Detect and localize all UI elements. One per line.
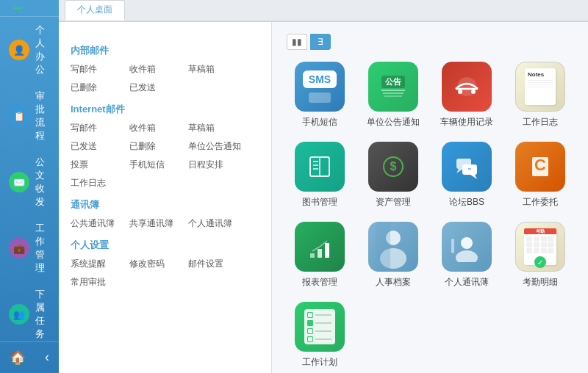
menu-item[interactable]: 已删除 <box>129 139 188 154</box>
app-item-book[interactable]: 图书管理 <box>287 142 353 209</box>
right-panel: ▮▮ ∃ SMS 手机短信 公告 <box>272 22 588 373</box>
app-label-report: 报表管理 <box>302 276 337 289</box>
app-item-attendance[interactable]: 考勤 ✓ 考勤明细 <box>507 222 573 289</box>
app-label-attendance: 考勤明细 <box>523 276 558 289</box>
sidebar-footer: 🏠 ‹ <box>0 341 59 373</box>
section-title-internal_mail: 内部邮件 <box>71 44 259 57</box>
app-item-report[interactable]: 报表管理 <box>287 222 353 289</box>
app-label-sms: 手机短信 <box>302 116 337 128</box>
app-item-sms[interactable]: SMS 手机短信 <box>287 62 353 128</box>
app-item-car[interactable]: 车辆使用记录 <box>434 62 500 128</box>
app-icon-hrfile <box>368 222 418 272</box>
menu-item[interactable]: 已发送 <box>129 80 188 95</box>
app-icon-worktask: C <box>515 142 565 192</box>
sidebar-label-personal: 个人办公 <box>35 23 50 76</box>
tab-bar: 个人桌面 <box>59 0 588 22</box>
svg-rect-18 <box>310 253 315 258</box>
app-label-bbs: 论坛BBS <box>449 196 484 209</box>
sidebar-label-audit: 审批流程 <box>35 90 50 142</box>
svg-rect-20 <box>325 243 329 258</box>
app-label-hrfile: 人事档案 <box>376 276 411 289</box>
app-item-plan[interactable]: 工作计划 <box>287 302 353 369</box>
menu-item[interactable]: 已发送 <box>71 139 129 154</box>
menu-item[interactable]: 草稿箱 <box>188 62 247 77</box>
menu-item[interactable]: 手机短信 <box>129 157 188 173</box>
menu-item[interactable]: 写邮件 <box>71 120 129 136</box>
app-icon-report <box>295 222 345 272</box>
svg-point-24 <box>461 237 473 249</box>
home-icon[interactable]: 🏠 <box>4 348 32 367</box>
list-icon: ▮▮ <box>292 37 302 47</box>
sidebar-item-task[interactable]: 👥 下属任务 <box>0 281 59 341</box>
app-icon-plan <box>295 302 345 352</box>
menu-item[interactable]: 邮件设置 <box>188 256 247 272</box>
menu-item[interactable]: 草稿箱 <box>188 120 247 136</box>
svg-text:": " <box>468 167 471 174</box>
menu-item[interactable]: 系统提醒 <box>71 256 129 272</box>
sidebar-item-mail[interactable]: ✉️ 公文收发 <box>0 149 59 215</box>
menu-item[interactable]: 修改密码 <box>129 256 188 272</box>
svg-point-2 <box>458 90 462 94</box>
menu-item[interactable]: 公共通讯簿 <box>71 216 129 231</box>
back-icon[interactable]: ‹ <box>39 348 55 367</box>
sidebar-item-work[interactable]: 💼 工作管理 <box>0 215 59 281</box>
svg-marker-14 <box>470 175 477 179</box>
svg-rect-23 <box>376 222 390 272</box>
svg-rect-19 <box>318 249 322 258</box>
sidebar-item-audit[interactable]: 📋 审批流程 <box>0 83 59 149</box>
app-item-contact[interactable]: 个人通讯薄 <box>434 222 500 289</box>
left-panel: 内部邮件写邮件收件箱草稿箱已删除已发送Internet邮件写邮件收件箱草稿箱已发… <box>59 22 272 373</box>
list-view-btn[interactable]: ▮▮ <box>287 34 307 50</box>
app-label-worktask: 工作委托 <box>523 196 558 209</box>
main-content: 个人桌面 内部邮件写邮件收件箱草稿箱已删除已发送Internet邮件写邮件收件箱… <box>59 0 588 373</box>
app-item-worktask[interactable]: C 工作委托 <box>507 142 573 209</box>
app-icon-attendance: 考勤 ✓ <box>515 222 565 272</box>
app-icon-bbs: " <box>442 142 492 192</box>
menu-item[interactable]: 工作日志 <box>71 175 129 191</box>
app-label-plan: 工作计划 <box>302 356 337 369</box>
menu-item[interactable]: 个人通讯簿 <box>188 216 247 231</box>
app-icon-sms: SMS <box>295 62 345 112</box>
app-label-contact: 个人通讯薄 <box>445 276 489 289</box>
app-item-notes[interactable]: Notes 工作日志 <box>507 62 573 128</box>
menu-item[interactable]: 投票 <box>71 157 129 173</box>
content-area: 内部邮件写邮件收件箱草稿箱已删除已发送Internet邮件写邮件收件箱草稿箱已发… <box>59 22 588 373</box>
sidebar-header <box>0 0 59 17</box>
menu-item[interactable]: 日程安排 <box>188 157 247 173</box>
app-label-notes: 工作日志 <box>523 116 558 128</box>
app-icon-asset: $ <box>368 142 418 192</box>
svg-point-3 <box>471 90 476 94</box>
grid-icon: ∃ <box>318 37 323 47</box>
nav-toggle[interactable] <box>13 7 22 9</box>
menu-item[interactable]: 写邮件 <box>71 62 129 77</box>
menu-item[interactable]: 单位公告通知 <box>188 139 247 154</box>
tab-desktop[interactable]: 个人桌面 <box>65 0 125 21</box>
app-item-asset[interactable]: $ 资产管理 <box>360 142 426 209</box>
sidebar-label-mail: 公文收发 <box>35 156 50 209</box>
svg-text:$: $ <box>390 160 397 173</box>
app-item-bbs[interactable]: " 论坛BBS <box>434 142 500 209</box>
section-title-personal_settings: 个人设置 <box>71 239 259 252</box>
sidebar-icon-task: 👥 <box>9 304 29 325</box>
sidebar: 👤 个人办公 📋 审批流程 ✉️ 公文收发 💼 工作管理 👥 下属任务 📚 知识… <box>0 0 59 373</box>
menu-item[interactable]: 已删除 <box>71 80 129 95</box>
app-label-asset: 资产管理 <box>376 196 411 209</box>
menu-item[interactable]: 共享通讯簿 <box>129 216 188 231</box>
section-title-internet_mail: Internet邮件 <box>71 103 259 116</box>
sidebar-nav: 👤 个人办公 📋 审批流程 ✉️ 公文收发 💼 工作管理 👥 下属任务 📚 知识… <box>0 17 59 341</box>
app-item-notice[interactable]: 公告 单位公告通知 <box>360 62 426 128</box>
app-icon-car <box>442 62 492 112</box>
app-item-hrfile[interactable]: 人事档案 <box>360 222 426 289</box>
sidebar-label-task: 下属任务 <box>35 288 50 341</box>
section-title-addressbook: 通讯簿 <box>71 198 259 211</box>
menu-item[interactable]: 常用审批 <box>71 275 129 290</box>
app-label-car: 车辆使用记录 <box>440 116 493 128</box>
menu-grid-internet_mail: 写邮件收件箱草稿箱已发送已删除单位公告通知投票手机短信日程安排工作日志 <box>71 120 259 191</box>
app-label-book: 图书管理 <box>302 196 337 209</box>
menu-item[interactable]: 收件箱 <box>129 62 188 77</box>
app-icon-contact <box>442 222 492 272</box>
menu-grid-internal_mail: 写邮件收件箱草稿箱已删除已发送 <box>71 62 259 95</box>
menu-item[interactable]: 收件箱 <box>129 120 188 136</box>
sidebar-item-personal[interactable]: 👤 个人办公 <box>0 17 59 83</box>
grid-view-btn[interactable]: ∃ <box>310 34 331 50</box>
